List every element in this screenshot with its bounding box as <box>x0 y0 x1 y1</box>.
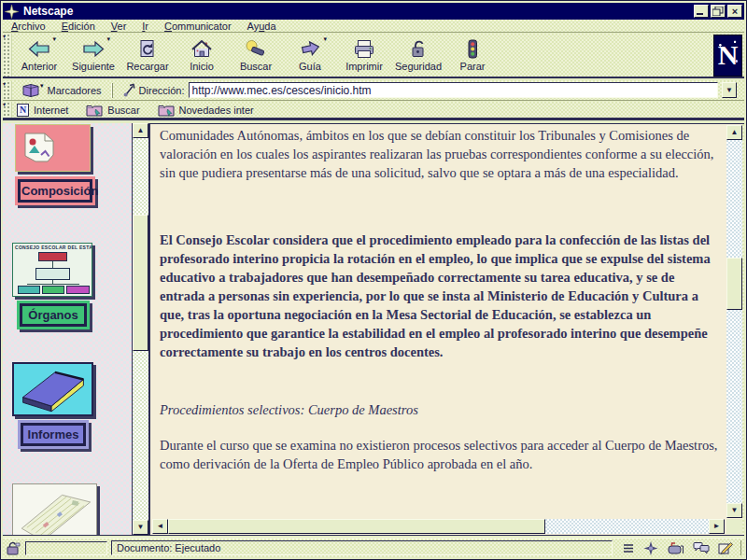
restore-button[interactable] <box>711 5 726 18</box>
keyboard-icon <box>16 486 94 535</box>
reload-button-label: Recargar <box>126 61 168 72</box>
informes-image[interactable] <box>12 362 93 416</box>
document-text: Comunidades Autónomas, ámbitos en los qu… <box>160 126 720 473</box>
security-status-icon[interactable] <box>6 541 21 555</box>
menu-ayuda[interactable]: Ayuda <box>247 21 276 32</box>
netscape-window: Netscape × Archivo Edición Ver Ir Commun… <box>0 0 747 560</box>
reload-button[interactable]: Recargar <box>120 34 175 77</box>
keyboard-image[interactable] <box>12 483 97 535</box>
broken-image-icon <box>21 132 59 165</box>
component-grip-icon[interactable] <box>622 542 635 554</box>
informes-button[interactable]: Informes <box>18 420 89 449</box>
scroll-thumb[interactable] <box>133 215 148 351</box>
scroll-left-button[interactable]: ◄ <box>152 519 168 534</box>
status-text: Documento: Ejecutado <box>111 540 613 555</box>
stop-button[interactable]: Parar <box>445 34 500 77</box>
content-frame: Comunidades Autónomas, ámbitos en los qu… <box>148 123 744 535</box>
main-toolbar: ▾ ▾ Anterior ▾ Siguiente Recargar <box>3 34 744 78</box>
composicion-image[interactable] <box>15 124 91 172</box>
org-chart-box <box>35 268 70 280</box>
bookmarks-label: Marcadores <box>48 85 102 96</box>
scroll-down-button[interactable]: ▼ <box>726 503 742 518</box>
search-button[interactable]: Buscar <box>229 34 283 77</box>
organos-label: Órganos <box>20 303 87 327</box>
scroll-right-button[interactable]: ► <box>709 519 725 534</box>
netscape-logo[interactable]: N <box>713 35 742 77</box>
personal-toolbar: ▾ N Internet Buscar Novedades inter <box>3 102 744 120</box>
title-bar[interactable]: Netscape × <box>3 3 744 20</box>
home-button[interactable]: Inicio <box>175 34 229 77</box>
personal-item-label: Novedades inter <box>179 105 254 116</box>
content-vertical-scrollbar[interactable]: ▲ ▼ <box>726 125 742 518</box>
search-button-label: Buscar <box>240 61 272 72</box>
back-arrow-icon: ▾ <box>28 38 50 59</box>
bookmarks-button[interactable]: ▾ Marcadores <box>21 83 102 98</box>
scrollbar-corner <box>726 519 742 534</box>
folder-icon <box>158 104 175 117</box>
component-bar <box>616 540 741 555</box>
search-flashlight-icon <box>245 38 267 59</box>
address-toolbar: ▾ ▾ Marcadores Dirección: ▼ <box>3 80 744 101</box>
back-button[interactable]: ▾ Anterior <box>12 34 66 77</box>
composicion-button[interactable]: Composición <box>15 176 95 205</box>
scrollbar-track[interactable] <box>545 519 709 534</box>
content-horizontal-scrollbar[interactable]: ◄ ► <box>152 519 725 534</box>
sidebar-scrollbar[interactable]: ▲ ▼ <box>133 123 148 535</box>
guide-arrow-icon: ▾ <box>299 38 321 59</box>
paragraph: El Consejo Escolar considera que el proc… <box>160 231 720 361</box>
menu-edicion[interactable]: Edición <box>62 21 95 32</box>
navigator-icon[interactable] <box>643 541 658 555</box>
toolbar-separator <box>111 83 113 98</box>
content-area: Composición CONSEJO ESCOLAR DEL ESTA Órg… <box>3 123 744 536</box>
netscape-app-icon <box>5 5 19 19</box>
stop-traffic-light-icon <box>461 38 484 59</box>
security-button[interactable]: Seguridad <box>391 34 445 77</box>
paragraph: Comunidades Autónomas, ámbitos en los qu… <box>160 126 720 182</box>
url-input[interactable] <box>189 82 719 98</box>
personal-item-buscar[interactable]: Buscar <box>86 104 139 117</box>
guide-button[interactable]: ▾ Guía <box>283 34 337 77</box>
home-icon <box>190 38 213 59</box>
menu-ver[interactable]: Ver <box>111 21 127 32</box>
composicion-label: Composición <box>18 179 92 203</box>
sidebar-frame: Composición CONSEJO ESCOLAR DEL ESTA Órg… <box>3 123 133 535</box>
menu-ir[interactable]: Ir <box>142 21 148 32</box>
status-bar: Documento: Ejecutado <box>3 538 744 557</box>
security-button-label: Seguridad <box>395 61 442 72</box>
scroll-down-button[interactable]: ▼ <box>133 520 148 535</box>
composer-icon[interactable] <box>718 541 733 554</box>
progress-bar <box>25 541 107 555</box>
url-dropdown-button[interactable]: ▼ <box>722 82 737 98</box>
minimize-button[interactable] <box>694 5 709 18</box>
scroll-up-button[interactable]: ▲ <box>726 125 742 140</box>
paragraph: Durante el curso que se examina no exist… <box>160 436 720 473</box>
forward-arrow-icon: ▾ <box>82 38 105 59</box>
personal-item-novedades[interactable]: Novedades inter <box>158 104 254 117</box>
internet-page-icon: N <box>17 104 29 117</box>
close-button[interactable]: × <box>727 5 742 18</box>
scroll-thumb[interactable] <box>168 519 545 534</box>
print-button[interactable]: Imprimir <box>337 34 391 77</box>
personal-toolbar-grip[interactable]: ▾ <box>3 102 12 118</box>
scroll-up-button[interactable]: ▲ <box>133 123 148 138</box>
bookmark-icon <box>21 83 40 98</box>
section-heading: Procedimientos selectivos: Cuerpo de Mae… <box>160 400 720 419</box>
menu-communicator[interactable]: Communicator <box>164 21 232 32</box>
org-chart-title: CONSEJO ESCOLAR DEL ESTA <box>15 245 92 250</box>
forward-button[interactable]: ▾ Siguiente <box>66 34 120 77</box>
mailbox-icon[interactable] <box>667 541 684 554</box>
scroll-thumb[interactable] <box>726 258 742 310</box>
personal-item-internet[interactable]: N Internet <box>17 104 68 117</box>
security-lock-icon <box>407 38 430 59</box>
guide-button-label: Guía <box>299 61 321 72</box>
org-chart-line <box>27 284 79 285</box>
stop-button-label: Parar <box>460 61 486 72</box>
menu-archivo[interactable]: Archivo <box>11 21 46 32</box>
organos-button[interactable]: Órganos <box>17 301 90 329</box>
org-chart-box <box>42 286 64 294</box>
organos-image[interactable]: CONSEJO ESCOLAR DEL ESTA <box>12 243 92 297</box>
location-icon <box>122 83 135 97</box>
discussions-icon[interactable] <box>693 541 710 554</box>
address-toolbar-grip[interactable]: ▾ <box>3 81 12 100</box>
toolbar-grip[interactable]: ▾ <box>3 34 12 77</box>
